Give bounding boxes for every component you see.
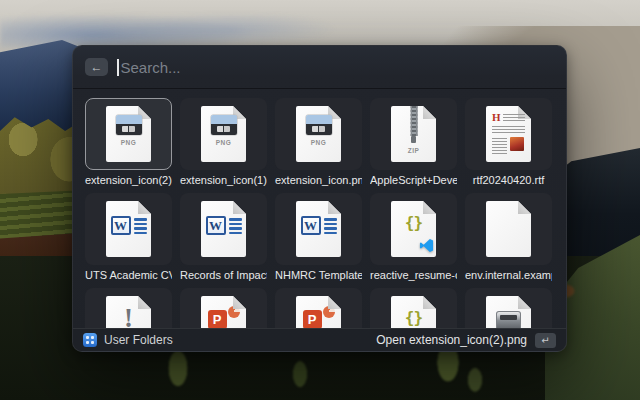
page-fold (138, 296, 151, 309)
page-fold (138, 201, 151, 214)
source-label: User Folders (104, 333, 173, 347)
braces-icon: {} (405, 213, 422, 232)
image-thumbnail (211, 115, 237, 135)
file-item[interactable]: env.internal.example (465, 193, 552, 282)
file-item[interactable]: WNHMRC Template... (275, 193, 362, 282)
file-icon-word: W (296, 201, 341, 257)
page-fold (518, 201, 531, 214)
powerpoint-logo-icon: P (208, 310, 227, 328)
file-tile[interactable]: PNG (180, 98, 267, 170)
action-label: Open extension_icon(2).png (376, 333, 527, 347)
back-button[interactable]: ← (85, 58, 108, 76)
file-icon-alert-code: ! (106, 296, 151, 328)
page-fold (328, 296, 341, 309)
file-tile[interactable]: ZIP (370, 98, 457, 170)
inline-image (510, 137, 524, 151)
page-fold (233, 201, 246, 214)
file-icon-zip: ZIP (391, 106, 436, 162)
file-label: extension_icon(2).... (85, 173, 172, 187)
vscode-badge-icon (419, 238, 434, 253)
file-label: env.internal.example (465, 268, 552, 282)
file-tile-selected[interactable]: PNG (85, 98, 172, 170)
file-icon-png: PNG (296, 106, 341, 162)
file-label: Records of Impact... (180, 268, 267, 282)
file-icon-ppt: P (201, 296, 246, 328)
results-grid: PNGextension_icon(2)....PNGextension_ico… (73, 90, 566, 328)
file-tile[interactable]: PNG (275, 98, 362, 170)
file-item[interactable]: P (180, 288, 267, 328)
word-logo-icon: W (111, 216, 131, 235)
screen: ← PNGextension_icon(2)....PNGextension_i… (0, 0, 640, 400)
zipper-icon (410, 106, 417, 136)
file-icon-png: PNG (201, 106, 246, 162)
file-label: reactive_resume-c... (370, 268, 457, 282)
file-icon-blank (486, 201, 531, 257)
file-item[interactable] (465, 288, 552, 328)
file-icon-diskimage (486, 296, 531, 328)
page-fold (423, 106, 436, 119)
file-icon-png: PNG (106, 106, 151, 162)
image-thumbnail (116, 115, 142, 135)
file-label: AppleScript+Devel... (370, 173, 457, 187)
file-icon-json-code: {} (391, 201, 436, 257)
page-fold (423, 296, 436, 309)
file-item[interactable]: PNGextension_icon(2).... (85, 98, 172, 187)
primary-action[interactable]: Open extension_icon(2).png ↵ (376, 333, 556, 348)
search-input-wrap (117, 59, 554, 76)
file-tile[interactable]: W (180, 193, 267, 265)
page-fold (423, 201, 436, 214)
file-tile[interactable]: {} (370, 193, 457, 265)
file-tile[interactable]: P (275, 288, 362, 328)
braces-icon: {} (405, 308, 422, 327)
file-tile[interactable] (465, 288, 552, 328)
file-tile[interactable]: H (465, 98, 552, 170)
search-bar: ← (73, 46, 566, 89)
file-icon-rtf: H (486, 106, 531, 162)
file-icon-json-code: {} (391, 296, 436, 328)
file-item[interactable]: PNGextension_icon(1).... (180, 98, 267, 187)
file-label: extension_icon(1).... (180, 173, 267, 187)
file-tile[interactable]: W (275, 193, 362, 265)
file-item[interactable]: ! (85, 288, 172, 328)
file-icon-word: W (201, 201, 246, 257)
page-fold (328, 201, 341, 214)
file-tile[interactable]: ! (85, 288, 172, 328)
file-item[interactable]: Hrtf20240420.rtf (465, 98, 552, 187)
file-label: UTS Academic CV... (85, 268, 172, 282)
user-folders-app-icon (83, 333, 97, 347)
enter-key-icon: ↵ (535, 333, 556, 348)
search-input[interactable] (119, 59, 555, 76)
file-item[interactable]: {} (370, 288, 457, 328)
file-item[interactable]: PNGextension_icon.png (275, 98, 362, 187)
file-tile[interactable]: W (85, 193, 172, 265)
word-logo-icon: W (301, 216, 321, 235)
launcher-window: ← PNGextension_icon(2)....PNGextension_i… (72, 45, 567, 352)
file-icon-word: W (106, 201, 151, 257)
file-tile[interactable] (465, 193, 552, 265)
page-fold (518, 296, 531, 309)
footer-bar: User Folders Open extension_icon(2).png … (73, 328, 566, 351)
disk-drive-icon (496, 311, 521, 328)
image-thumbnail (306, 115, 332, 135)
file-label: extension_icon.png (275, 173, 362, 187)
file-item[interactable]: P (275, 288, 362, 328)
file-item[interactable]: WUTS Academic CV... (85, 193, 172, 282)
file-label: rtf20240420.rtf (465, 173, 552, 187)
file-item[interactable]: {}reactive_resume-c... (370, 193, 457, 282)
file-item[interactable]: WRecords of Impact... (180, 193, 267, 282)
file-tile[interactable]: P (180, 288, 267, 328)
page-fold (233, 296, 246, 309)
exclamation-icon: ! (124, 303, 133, 328)
word-logo-icon: W (206, 216, 226, 235)
file-label: NHMRC Template... (275, 268, 362, 282)
file-tile[interactable]: {} (370, 288, 457, 328)
powerpoint-logo-icon: P (303, 310, 322, 328)
file-icon-ppt: P (296, 296, 341, 328)
file-item[interactable]: ZIPAppleScript+Devel... (370, 98, 457, 187)
